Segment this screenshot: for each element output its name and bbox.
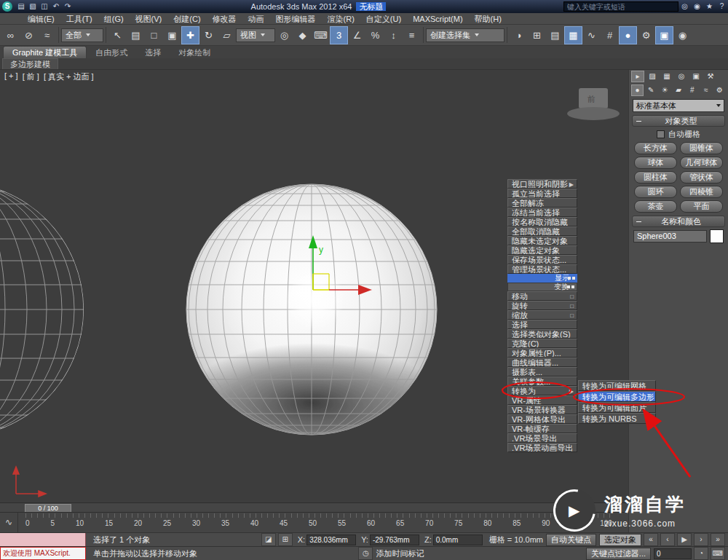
menu-item[interactable]: 修改器	[207, 13, 242, 25]
window-crossing-icon[interactable]: ▣	[163, 26, 181, 44]
search-input[interactable]	[563, 1, 678, 12]
object-type-button[interactable]: 长方体	[634, 142, 677, 154]
x-coordinate-field[interactable]: 328.036mm	[306, 535, 356, 545]
create-tab-icon[interactable]: ▸	[631, 71, 644, 82]
select-and-manipulate-icon[interactable]: ◆	[293, 26, 312, 44]
geometry-category-icon[interactable]: ●	[631, 84, 644, 96]
quad-menu-item[interactable]: 曲线编辑器...	[507, 358, 577, 367]
new-scene-icon[interactable]: ▤	[15, 1, 27, 12]
add-time-tag[interactable]: 添加时间标记	[376, 548, 424, 559]
unlink-selection-icon[interactable]: ⊘	[20, 26, 38, 44]
quad-menu-item[interactable]: VR-帧缓存	[507, 424, 577, 433]
quad-menu-item[interactable]: 保存场景状态...	[507, 255, 577, 264]
key-filters-button[interactable]: 关键点过滤器...	[586, 548, 651, 560]
previous-key-icon[interactable]: ‹	[660, 533, 675, 546]
lights-category-icon[interactable]: ☀	[659, 84, 671, 96]
autogrid-checkbox[interactable]	[657, 130, 665, 138]
curve-editor-icon[interactable]: ∿	[582, 26, 601, 44]
quad-menu-item[interactable]: 移动□	[507, 291, 577, 301]
space-warps-category-icon[interactable]: ≈	[700, 84, 712, 96]
object-type-button[interactable]: 圆环	[634, 186, 677, 198]
rendered-frame-window-icon[interactable]: ▣	[655, 26, 673, 44]
current-frame-field[interactable]: 0	[654, 548, 692, 559]
rectangular-selection-region-icon[interactable]: □	[145, 26, 163, 44]
quad-menu-item[interactable]: 管理场景状态...	[507, 264, 577, 274]
object-type-button[interactable]: 管状体	[680, 171, 723, 184]
menu-item[interactable]: MAXScript(M)	[407, 13, 468, 25]
quad-menu-item[interactable]: 转换为▶	[507, 386, 577, 395]
quad-menu-item[interactable]: 全部取消隐藏	[507, 226, 577, 236]
mirror-icon[interactable]: ◑	[510, 26, 528, 44]
object-type-button[interactable]: 四棱锥	[680, 186, 723, 198]
modify-tab-icon[interactable]: ▨	[646, 71, 659, 82]
select-and-scale-icon[interactable]: ▱	[218, 26, 236, 44]
percent-snap-icon[interactable]: %	[366, 26, 384, 44]
select-object-icon[interactable]: ↖	[108, 26, 127, 44]
quad-menu-item[interactable]: 摄影表...	[507, 367, 577, 376]
rollout-name-color[interactable]: 名称和颜色	[632, 216, 725, 227]
selection-filter-dropdown[interactable]: 全部	[61, 28, 103, 42]
search-icon[interactable]: ◎	[678, 1, 691, 12]
polygon-modeling-panel[interactable]: 多边形建模	[2, 58, 58, 69]
quad-menu-item[interactable]: VR-网格体导出	[507, 414, 577, 424]
maxscript-mini-listener[interactable]: 欢迎使用 MAXScript.	[0, 547, 86, 560]
selected-filter-dropdown[interactable]: 选定对象	[599, 534, 641, 546]
bind-to-space-warp-icon[interactable]: ≈	[38, 26, 56, 44]
object-type-button[interactable]: 球体	[634, 157, 677, 169]
quad-menu-item[interactable]: 旋转□	[507, 301, 577, 310]
align-icon[interactable]: ⊞	[528, 26, 546, 44]
menu-item[interactable]: 自定义(U)	[360, 13, 407, 25]
edit-named-sets-icon[interactable]: ≡	[403, 26, 421, 44]
y-coordinate-field[interactable]: -29.763mm	[370, 535, 419, 545]
render-production-icon[interactable]: ◉	[673, 26, 692, 44]
use-pivot-point-center-icon[interactable]: ◎	[275, 26, 293, 44]
snap-toggle-3d-icon[interactable]: 3	[330, 26, 348, 44]
select-by-name-icon[interactable]: ▤	[127, 26, 145, 44]
menu-item[interactable]: 动画	[242, 13, 270, 25]
systems-category-icon[interactable]: ⚙	[713, 84, 726, 96]
select-and-move-icon[interactable]: ✚	[181, 26, 199, 44]
helpers-category-icon[interactable]: #	[686, 84, 698, 96]
menu-item[interactable]: 视图(V)	[130, 13, 168, 25]
object-class-dropdown[interactable]: 标准基本体	[633, 99, 724, 112]
quad-menu-item[interactable]: 全部解冻	[507, 198, 577, 208]
quad-menu-item[interactable]: 关联参数...	[507, 376, 577, 386]
object-color-swatch[interactable]	[710, 229, 724, 243]
mini-curve-editor-icon[interactable]: ∿	[0, 513, 18, 532]
quad-menu-item[interactable]: 克隆(C)	[507, 339, 577, 348]
next-key-icon[interactable]: ›	[694, 533, 708, 546]
quad-menu-item[interactable]: 按名称取消隐藏	[507, 217, 577, 226]
shapes-category-icon[interactable]: ✎	[645, 84, 657, 96]
go-to-end-icon[interactable]: »	[711, 533, 725, 546]
quad-menu-item[interactable]: 孤立当前选择	[507, 189, 577, 198]
viewport-label-segment[interactable]: [ 真实 + 边面 ]	[44, 71, 94, 82]
time-configuration-icon[interactable]: ◔	[694, 547, 708, 560]
rollout-object-type[interactable]: 对象类型	[632, 115, 725, 127]
communication-center-icon[interactable]: ◉	[691, 1, 703, 12]
quad-menu-item[interactable]: 对象属性(P)...	[507, 348, 577, 358]
z-coordinate-field[interactable]: 0.0mm	[433, 535, 483, 545]
motion-tab-icon[interactable]: ◎	[675, 71, 688, 82]
reference-coordinate-dropdown[interactable]: 视图	[236, 28, 275, 42]
redo-icon[interactable]: ↷	[62, 1, 74, 12]
schematic-view-icon[interactable]: #	[601, 26, 619, 44]
display-tab-icon[interactable]: ▣	[689, 71, 703, 82]
viewport-label-segment[interactable]: [ 前 ]	[23, 71, 39, 82]
timeline-ruler[interactable]: 0510152025303540455055606570758085909510…	[25, 513, 612, 532]
quad-menu-item[interactable]: 冻结当前选择	[507, 208, 577, 217]
ribbon-tab[interactable]: 自由形式	[87, 47, 136, 58]
menu-item[interactable]: 工具(T)	[60, 13, 98, 25]
submenu-item[interactable]: 转换为可编辑面片	[578, 402, 656, 413]
keyboard-shortcut-toggle-icon[interactable]: ⌨	[711, 547, 725, 560]
graphite-ribbon-toggle-icon[interactable]: ▦	[564, 26, 582, 44]
submenu-item[interactable]: 转换为可编辑网格	[578, 380, 656, 391]
menu-item[interactable]: 帮助(H)	[469, 13, 507, 25]
object-type-button[interactable]: 圆柱体	[634, 171, 677, 184]
ribbon-tab[interactable]: 对象绘制	[170, 47, 219, 58]
go-to-start-icon[interactable]: «	[644, 533, 658, 546]
hierarchy-tab-icon[interactable]: ▦	[660, 71, 673, 82]
save-file-icon[interactable]: ◫	[39, 1, 50, 12]
quad-menu-header[interactable]: 变换	[507, 283, 577, 291]
quad-menu-item[interactable]: .VR场景导出	[507, 433, 577, 443]
submenu-item[interactable]: 转换为 NURBS	[578, 413, 656, 424]
